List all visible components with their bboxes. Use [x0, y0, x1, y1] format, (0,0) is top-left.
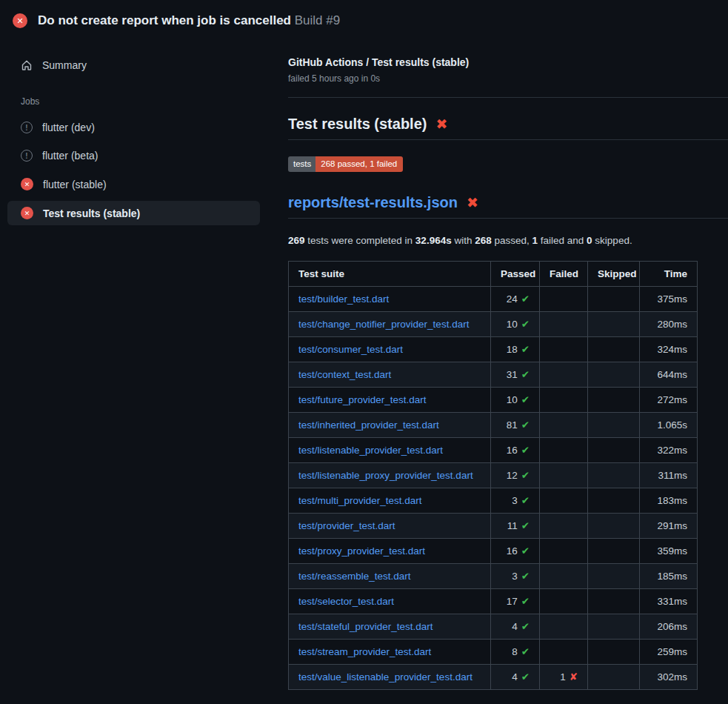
test-suite-link[interactable]: test/listenable_provider_test.dart: [298, 445, 443, 456]
column-header: Skipped: [588, 261, 640, 286]
test-suite-link[interactable]: test/change_notifier_provider_test.dart: [298, 319, 469, 330]
check-icon: ✔: [521, 545, 530, 557]
cell-test-suite: test/listenable_proxy_provider_test.dart: [289, 462, 491, 488]
summary-segment: 32.964s: [415, 235, 452, 246]
test-suite-link[interactable]: test/inherited_provider_test.dart: [298, 419, 439, 431]
test-suite-link[interactable]: test/multi_provider_test.dart: [298, 495, 422, 506]
cell-passed: 16✔: [491, 437, 540, 462]
cell-passed: 31✔: [491, 362, 540, 387]
divider: [288, 97, 728, 98]
table-row: test/future_provider_test.dart10✔272ms: [289, 387, 698, 412]
cell-skipped: [588, 639, 640, 664]
badge-value: 268 passed, 1 failed: [315, 156, 403, 172]
test-suite-link[interactable]: test/listenable_proxy_provider_test.dart: [298, 470, 473, 481]
summary-segment: 268: [475, 235, 492, 246]
status-line: failed 5 hours ago in 0s: [288, 73, 728, 84]
sidebar-item-job-0[interactable]: !flutter (dev): [7, 116, 260, 139]
cell-failed: [540, 362, 588, 387]
cell-time: 206ms: [640, 614, 698, 639]
cell-time: 280ms: [640, 311, 698, 336]
cell-skipped: [588, 311, 640, 336]
test-suite-link[interactable]: test/builder_test.dart: [298, 293, 389, 305]
cell-skipped: [588, 336, 640, 362]
cell-failed: [540, 614, 588, 639]
check-icon: ✔: [521, 293, 530, 305]
cell-failed: [540, 311, 588, 336]
summary-segment: 269: [288, 235, 305, 246]
cell-test-suite: test/proxy_provider_test.dart: [289, 538, 491, 563]
cell-time: 183ms: [640, 488, 698, 513]
cell-passed: 12✔: [491, 462, 540, 488]
table-row: test/selector_test.dart17✔331ms: [289, 588, 698, 614]
sidebar-item-summary[interactable]: Summary: [7, 53, 260, 77]
table-row: test/listenable_proxy_provider_test.dart…: [289, 462, 698, 488]
test-suite-link[interactable]: test/provider_test.dart: [298, 520, 395, 531]
test-suite-link[interactable]: test/consumer_test.dart: [298, 344, 403, 355]
test-suite-link[interactable]: test/future_provider_test.dart: [298, 394, 427, 405]
cell-passed: 16✔: [491, 538, 540, 563]
summary-segment: tests were completed in: [305, 235, 415, 246]
failed-x-icon: ✖: [435, 117, 447, 131]
cell-test-suite: test/reassemble_test.dart: [289, 563, 491, 588]
cell-passed: 81✔: [491, 412, 540, 437]
cell-time: 324ms: [640, 336, 698, 362]
sidebar-item-job-3[interactable]: ✕Test results (stable): [7, 201, 260, 225]
table-row: test/inherited_provider_test.dart81✔1.06…: [289, 412, 698, 437]
cell-test-suite: test/context_test.dart: [289, 362, 491, 387]
test-suite-link[interactable]: test/selector_test.dart: [298, 596, 394, 607]
cell-passed: 17✔: [491, 588, 540, 614]
table-row: test/context_test.dart31✔644ms: [289, 362, 698, 387]
test-suite-link[interactable]: test/context_test.dart: [298, 369, 391, 380]
check-icon: ✔: [521, 645, 530, 657]
sidebar-item-job-2[interactable]: ✕flutter (stable): [7, 172, 260, 196]
x-circle-icon: ✕: [21, 207, 33, 219]
column-header: Passed: [491, 261, 540, 286]
cell-skipped: [588, 513, 640, 538]
check-icon: ✔: [521, 368, 530, 380]
neutral-circle-icon: !: [21, 122, 33, 133]
cell-time: 291ms: [640, 513, 698, 538]
check-icon: ✔: [521, 494, 530, 506]
test-suite-link[interactable]: test/stream_provider_test.dart: [298, 646, 431, 657]
cell-failed: [540, 336, 588, 362]
cell-failed: [540, 412, 588, 437]
check-icon: ✔: [521, 343, 530, 355]
cell-skipped: [588, 538, 640, 563]
cell-failed: [540, 588, 588, 614]
cell-test-suite: test/stream_provider_test.dart: [289, 639, 491, 664]
report-title-link[interactable]: reports/test-results.json: [288, 194, 458, 211]
cell-test-suite: test/provider_test.dart: [289, 513, 491, 538]
check-icon: ✔: [521, 595, 530, 607]
cell-test-suite: test/stateful_provider_test.dart: [289, 614, 491, 639]
test-suite-link[interactable]: test/proxy_provider_test.dart: [298, 545, 425, 557]
cell-skipped: [588, 362, 640, 387]
sidebar-item-label: Summary: [42, 59, 87, 71]
failed-x-icon: ✖: [467, 196, 478, 210]
page-title: Do not create report when job is cancell…: [38, 13, 340, 28]
cell-failed: [540, 387, 588, 412]
test-suite-link[interactable]: test/stateful_provider_test.dart: [298, 621, 433, 632]
cell-test-suite: test/inherited_provider_test.dart: [289, 412, 491, 437]
cell-time: 375ms: [640, 286, 698, 311]
check-icon: ✔: [521, 620, 530, 632]
cell-time: 272ms: [640, 387, 698, 412]
check-icon: ✔: [521, 469, 530, 481]
column-header: Test suite: [289, 261, 491, 286]
check-icon: ✔: [521, 393, 530, 405]
table-row: test/change_notifier_provider_test.dart1…: [289, 311, 698, 336]
test-suite-link[interactable]: test/reassemble_test.dart: [298, 571, 411, 582]
cell-test-suite: test/value_listenable_provider_test.dart: [289, 664, 491, 689]
cell-passed: 18✔: [491, 336, 540, 362]
sidebar-item-job-1[interactable]: !flutter (beta): [7, 144, 260, 167]
section-title: Test results (stable): [288, 116, 427, 133]
table-row: test/reassemble_test.dart3✔185ms: [289, 563, 698, 588]
sidebar-item-label: Test results (stable): [43, 207, 140, 219]
cell-failed: [540, 538, 588, 563]
build-title: Do not create report when job is cancell…: [38, 13, 291, 27]
breadcrumb: GitHub Actions / Test results (stable): [288, 56, 728, 68]
cell-skipped: [588, 614, 640, 639]
cell-time: 302ms: [640, 664, 698, 689]
summary-segment: 1: [532, 235, 538, 246]
cell-passed: 3✔: [491, 563, 540, 588]
test-suite-link[interactable]: test/value_listenable_provider_test.dart: [298, 671, 472, 683]
